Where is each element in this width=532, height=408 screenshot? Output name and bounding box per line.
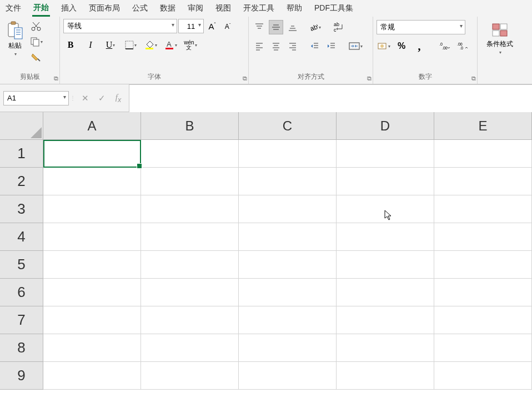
clipboard-launcher[interactable]: ⧉	[51, 75, 58, 83]
cell-C9[interactable]	[239, 362, 337, 390]
underline-button[interactable]: U▾	[103, 38, 118, 52]
cell-C4[interactable]	[239, 223, 337, 251]
paste-button[interactable]: 粘贴 ▾	[3, 19, 27, 59]
font-color-button[interactable]: A▾	[163, 38, 178, 52]
col-header-C[interactable]: C	[239, 112, 337, 140]
insert-function-button[interactable]: fx	[110, 90, 127, 107]
cell-C1[interactable]	[239, 140, 337, 168]
increase-decimal-button[interactable]: .0.00	[438, 39, 452, 53]
cell-A7[interactable]	[43, 306, 141, 334]
cell-B2[interactable]	[141, 168, 239, 195]
cell-D2[interactable]	[337, 168, 434, 195]
increase-font-button[interactable]: Aˆ	[205, 19, 219, 33]
menu-help[interactable]: 帮助	[285, 1, 303, 16]
name-box[interactable]	[3, 91, 69, 105]
cell-E5[interactable]	[434, 251, 532, 279]
cells-area[interactable]	[43, 140, 532, 408]
row-header-9[interactable]: 9	[0, 362, 43, 390]
increase-indent-button[interactable]	[324, 39, 339, 53]
cell-E7[interactable]	[434, 306, 532, 334]
menu-review[interactable]: 审阅	[187, 1, 204, 16]
align-left-button[interactable]	[252, 39, 267, 53]
menu-file[interactable]: 文件	[4, 1, 22, 16]
row-header-7[interactable]: 7	[0, 306, 43, 334]
font-launcher[interactable]: ⧉	[239, 75, 247, 83]
cell-D6[interactable]	[337, 279, 434, 306]
cell-A4[interactable]	[43, 223, 141, 251]
cell-C6[interactable]	[239, 279, 337, 306]
cell-D1[interactable]	[337, 140, 434, 168]
cell-C7[interactable]	[239, 306, 337, 334]
comma-button[interactable]: ,	[412, 39, 426, 53]
border-button[interactable]: ▾	[123, 38, 138, 52]
cell-D4[interactable]	[337, 223, 434, 251]
row-header-8[interactable]: 8	[0, 334, 43, 362]
col-header-B[interactable]: B	[141, 112, 239, 140]
cell-A6[interactable]	[43, 279, 141, 306]
cell-D9[interactable]	[337, 362, 434, 390]
cell-D3[interactable]	[337, 195, 434, 223]
conditional-format-button[interactable]: 条件格式 ▾	[483, 19, 516, 59]
cell-A9[interactable]	[43, 362, 141, 390]
cell-A3[interactable]	[43, 195, 141, 223]
accounting-format-button[interactable]: ▾	[377, 39, 391, 53]
cell-E8[interactable]	[434, 334, 532, 362]
menu-developer[interactable]: 开发工具	[242, 1, 275, 16]
align-center-button[interactable]	[269, 39, 283, 53]
menu-home[interactable]: 开始	[32, 1, 50, 17]
percent-button[interactable]: %	[394, 39, 409, 53]
col-header-D[interactable]: D	[337, 112, 434, 140]
orientation-button[interactable]: ab▾	[308, 20, 322, 34]
row-header-4[interactable]: 4	[0, 223, 43, 251]
cell-B1[interactable]	[141, 140, 239, 168]
col-header-E[interactable]: E	[434, 112, 532, 140]
align-right-button[interactable]	[285, 39, 300, 53]
cell-B6[interactable]	[141, 279, 239, 306]
cell-C3[interactable]	[239, 195, 337, 223]
font-size-select[interactable]	[178, 19, 204, 33]
cell-A1[interactable]	[43, 140, 141, 168]
number-launcher[interactable]: ⧉	[468, 75, 476, 83]
row-header-3[interactable]: 3	[0, 195, 43, 223]
decrease-font-button[interactable]: Aˇ	[220, 19, 235, 33]
merge-center-button[interactable]: ▾	[347, 39, 364, 53]
phonetic-button[interactable]: wén文▾	[183, 38, 198, 52]
cell-B4[interactable]	[141, 223, 239, 251]
font-name-select[interactable]	[63, 19, 177, 33]
cell-C2[interactable]	[239, 168, 337, 195]
cell-E2[interactable]	[434, 168, 532, 195]
row-header-1[interactable]: 1	[0, 140, 43, 168]
decrease-indent-button[interactable]	[308, 39, 322, 53]
cell-B8[interactable]	[141, 334, 239, 362]
number-format-select[interactable]	[377, 20, 465, 34]
cancel-formula-button[interactable]: ✕	[77, 90, 93, 107]
cell-D8[interactable]	[337, 334, 434, 362]
cell-E4[interactable]	[434, 223, 532, 251]
menu-formulas[interactable]: 公式	[131, 1, 149, 16]
col-header-A[interactable]: A	[43, 112, 141, 140]
italic-button[interactable]: I	[83, 38, 98, 52]
cell-E9[interactable]	[434, 362, 532, 390]
cell-B7[interactable]	[141, 306, 239, 334]
cell-C8[interactable]	[239, 334, 337, 362]
align-launcher[interactable]: ⧉	[364, 75, 372, 83]
cell-A5[interactable]	[43, 251, 141, 279]
cut-button[interactable]	[29, 19, 43, 33]
row-header-2[interactable]: 2	[0, 168, 43, 195]
menu-insert[interactable]: 插入	[60, 1, 78, 16]
align-top-button[interactable]	[252, 20, 267, 34]
bold-button[interactable]: B	[63, 38, 78, 52]
cell-B5[interactable]	[141, 251, 239, 279]
cell-D7[interactable]	[337, 306, 434, 334]
menu-view[interactable]: 视图	[214, 1, 232, 16]
menu-data[interactable]: 数据	[159, 1, 177, 16]
fill-color-button[interactable]: ▾	[143, 38, 158, 52]
decrease-decimal-button[interactable]: .00.0	[455, 39, 470, 53]
row-header-6[interactable]: 6	[0, 279, 43, 306]
row-header-5[interactable]: 5	[0, 251, 43, 279]
cell-E1[interactable]	[434, 140, 532, 168]
cell-A8[interactable]	[43, 334, 141, 362]
cell-C5[interactable]	[239, 251, 337, 279]
wrap-text-button[interactable]: abc	[330, 20, 348, 34]
cell-B9[interactable]	[141, 362, 239, 390]
